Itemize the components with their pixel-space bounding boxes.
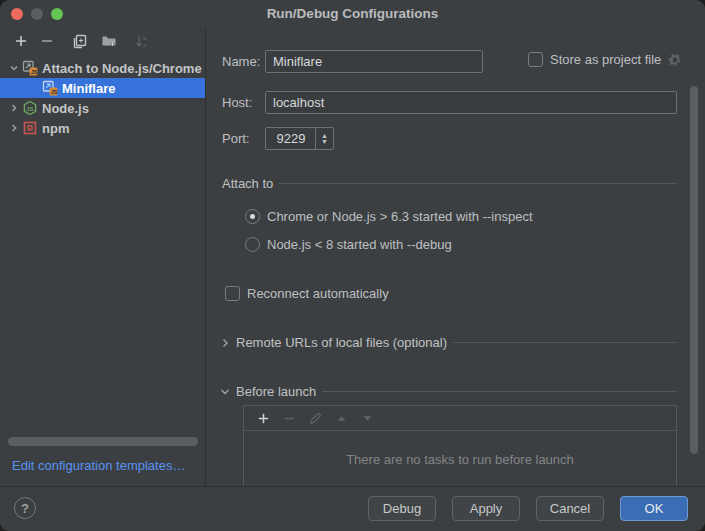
arrow-up-icon <box>336 413 347 424</box>
checkbox-icon[interactable] <box>225 286 240 301</box>
before-launch-tasks-panel: There are no tasks to run before launch <box>243 405 677 487</box>
run-debug-configurations-dialog: Run/Debug Configurations <box>0 0 705 531</box>
radio-nodejs-debug-label: Node.js < 8 started with --debug <box>267 237 452 252</box>
no-tasks-message: There are no tasks to run before launch <box>244 431 676 487</box>
sort-az-icon: a z <box>134 34 149 49</box>
name-value: Miniflare <box>273 54 322 69</box>
configurations-tree: JS Attach to Node.js/Chrome JS Miniflare <box>0 58 205 138</box>
tree-item-label: Miniflare <box>62 81 115 96</box>
tree-item-nodejs[interactable]: JS Node.js <box>0 98 205 118</box>
spinner-down-icon[interactable]: ▼ <box>321 139 328 145</box>
attach-to-section-title: Attach to <box>222 176 273 191</box>
chevron-down-icon[interactable] <box>220 387 230 397</box>
sidebar-horizontal-scrollbar[interactable] <box>8 437 198 446</box>
dialog-footer: ? Debug Apply Cancel OK <box>0 486 705 531</box>
debug-button[interactable]: Debug <box>368 496 436 521</box>
move-task-down-button <box>354 407 380 429</box>
svg-text:JS: JS <box>26 106 33 112</box>
configurations-sidebar: a z JS Attach to Node.js/Chr <box>0 28 206 487</box>
sort-configurations-button: a z <box>128 30 154 52</box>
chevron-right-icon[interactable] <box>6 103 22 113</box>
apply-button[interactable]: Apply <box>452 496 520 521</box>
svg-text:a: a <box>143 35 147 41</box>
remote-urls-section-title: Remote URLs of local files (optional) <box>236 335 447 350</box>
npm-icon <box>22 120 38 136</box>
new-folder-icon <box>101 34 117 48</box>
ok-button[interactable]: OK <box>620 496 688 521</box>
add-configuration-button[interactable] <box>8 30 34 52</box>
before-launch-section-title: Before launch <box>236 384 316 399</box>
before-launch-section-header[interactable]: Before launch <box>220 384 677 399</box>
nodejs-icon: JS <box>22 100 38 116</box>
port-value: 9229 <box>277 131 312 146</box>
attach-nodejs-chrome-icon: JS <box>42 80 58 96</box>
attach-to-section-header: Attach to <box>222 176 677 191</box>
checkbox-icon[interactable] <box>528 52 543 67</box>
help-button[interactable]: ? <box>14 497 36 519</box>
remove-configuration-button[interactable] <box>34 30 60 52</box>
host-value: localhost <box>273 95 324 110</box>
cancel-button[interactable]: Cancel <box>536 496 604 521</box>
tree-item-npm[interactable]: npm <box>0 118 205 138</box>
form-vertical-scrollbar[interactable] <box>690 86 698 454</box>
store-as-project-file-checkbox[interactable]: Store as project file <box>528 52 682 67</box>
host-input[interactable]: localhost <box>265 91 677 114</box>
name-input[interactable]: Miniflare <box>265 50 483 73</box>
move-task-up-button <box>328 407 354 429</box>
plus-icon <box>257 412 270 425</box>
chevron-right-icon[interactable] <box>6 123 22 133</box>
radio-unselected-icon[interactable] <box>245 237 260 252</box>
configuration-form: Name: Miniflare Store as project file Ho… <box>206 28 705 487</box>
port-spinner[interactable]: ▲▼ <box>315 128 333 149</box>
radio-chrome-inspect-label: Chrome or Node.js > 6.3 started with --i… <box>267 209 533 224</box>
edit-task-button <box>302 407 328 429</box>
store-as-project-file-label: Store as project file <box>550 52 661 67</box>
arrow-down-icon <box>362 413 373 424</box>
edit-configuration-templates-link[interactable]: Edit configuration templates… <box>12 458 185 473</box>
pencil-icon <box>309 412 322 425</box>
minus-icon <box>40 34 54 48</box>
tree-item-label: Attach to Node.js/Chrome <box>42 61 202 76</box>
before-launch-toolbar <box>244 406 676 431</box>
chevron-right-icon[interactable] <box>220 338 230 348</box>
host-label: Host: <box>222 95 252 110</box>
section-divider <box>453 342 677 343</box>
tree-item-miniflare-selected[interactable]: JS Miniflare <box>0 78 205 98</box>
radio-selected-icon[interactable] <box>245 209 260 224</box>
svg-text:JS: JS <box>31 69 38 75</box>
reconnect-automatically-label: Reconnect automatically <box>247 286 389 301</box>
section-divider <box>322 391 677 392</box>
radio-chrome-inspect[interactable]: Chrome or Node.js > 6.3 started with --i… <box>245 209 533 224</box>
new-folder-button[interactable] <box>96 30 122 52</box>
port-input[interactable]: 9229 ▲▼ <box>265 127 334 150</box>
section-divider <box>279 183 677 184</box>
name-label: Name: <box>222 54 260 69</box>
plus-icon <box>14 34 28 48</box>
remote-urls-section-header[interactable]: Remote URLs of local files (optional) <box>220 335 677 350</box>
minus-icon <box>283 412 296 425</box>
window-title: Run/Debug Configurations <box>0 6 705 21</box>
tree-item-attach-to-nodejs-chrome[interactable]: JS Attach to Node.js/Chrome <box>0 58 205 78</box>
copy-icon <box>72 34 87 49</box>
tree-item-label: Node.js <box>42 101 89 116</box>
port-label: Port: <box>222 131 249 146</box>
radio-nodejs-debug[interactable]: Node.js < 8 started with --debug <box>245 237 452 252</box>
chevron-down-icon[interactable] <box>6 63 22 73</box>
question-mark-icon: ? <box>21 501 29 516</box>
title-bar[interactable]: Run/Debug Configurations <box>0 0 705 28</box>
svg-text:z: z <box>143 42 146 48</box>
reconnect-automatically-checkbox[interactable]: Reconnect automatically <box>225 286 389 301</box>
remove-task-button <box>276 407 302 429</box>
tree-item-label: npm <box>42 121 69 136</box>
copy-configuration-button[interactable] <box>66 30 92 52</box>
attach-nodejs-chrome-icon: JS <box>22 60 38 76</box>
add-task-button[interactable] <box>250 407 276 429</box>
footer-buttons: Debug Apply Cancel OK <box>368 496 688 521</box>
sidebar-toolbar: a z <box>0 28 205 54</box>
gear-icon[interactable] <box>668 53 682 67</box>
svg-text:JS: JS <box>51 89 58 95</box>
